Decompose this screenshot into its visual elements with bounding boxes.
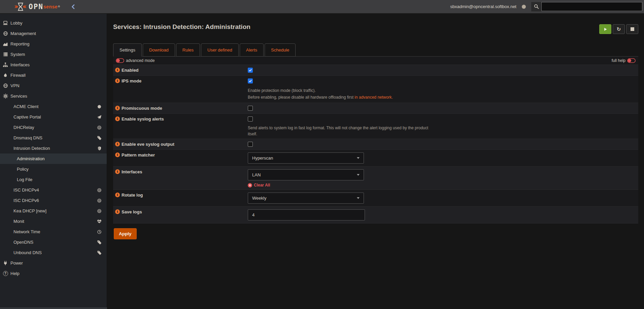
sidebar-item-opendns[interactable]: OpenDNS bbox=[0, 237, 107, 247]
sidebar-item-administration[interactable]: Administration bbox=[0, 153, 107, 164]
fire-icon bbox=[3, 73, 8, 78]
field-label: Enable syslog alerts bbox=[122, 116, 164, 122]
opnsense-logo[interactable]: OPNsense® bbox=[0, 2, 60, 11]
ips-mode-checkbox[interactable] bbox=[248, 78, 253, 83]
sidebar-item-label: Services bbox=[10, 94, 27, 99]
user-menu[interactable]: sbxadmin@opncentral.softbox.net bbox=[450, 4, 516, 9]
hourglass-logo-icon bbox=[15, 2, 26, 11]
sidebar-item-services[interactable]: Services bbox=[0, 91, 107, 101]
area-chart-icon bbox=[3, 41, 8, 46]
sidebar-item-unbound-dns[interactable]: Unbound DNS bbox=[0, 247, 107, 258]
stop-service-button[interactable] bbox=[626, 24, 638, 34]
form-row-rotate-log: iRotate log Weekly bbox=[113, 190, 638, 207]
chevron-down-icon bbox=[357, 174, 360, 176]
sidebar-item-label: VPN bbox=[10, 83, 20, 88]
sidebar-item-intrusion-detection[interactable]: Intrusion Detection bbox=[0, 143, 107, 153]
tab-download[interactable]: Download bbox=[143, 43, 175, 57]
tab-schedule[interactable]: Schedule bbox=[265, 43, 296, 57]
bullseye-icon bbox=[97, 198, 102, 203]
chevron-down-icon bbox=[357, 197, 360, 199]
toggle-off-icon bbox=[116, 58, 124, 63]
apply-button[interactable]: Apply bbox=[114, 228, 137, 239]
sidebar-item-policy[interactable]: Policy bbox=[0, 164, 107, 174]
sidebar-scrollbar[interactable] bbox=[0, 307, 107, 309]
plug-icon bbox=[3, 261, 8, 266]
pattern-matcher-select[interactable]: Hyperscan bbox=[248, 152, 364, 164]
advanced-mode-toggle[interactable] bbox=[116, 58, 124, 63]
tab-bar: Settings Download Rules User defined Ale… bbox=[113, 43, 638, 57]
sidebar-item-isc-dhcpv4[interactable]: ISC DHCPv4 bbox=[0, 185, 107, 195]
enable-eve-syslog-output-checkbox[interactable] bbox=[248, 142, 253, 147]
tab-alerts[interactable]: Alerts bbox=[240, 43, 264, 57]
sidebar-item-network-time[interactable]: Network Time bbox=[0, 227, 107, 237]
search-input[interactable] bbox=[541, 2, 642, 11]
enable-syslog-alerts-checkbox[interactable] bbox=[248, 116, 253, 122]
help-bar: advanced mode full help bbox=[113, 57, 638, 65]
refresh-icon: ↻ bbox=[617, 26, 621, 32]
info-icon: i bbox=[115, 142, 120, 146]
sidebar-item-label: Power bbox=[10, 261, 23, 266]
sidebar-item-firewall[interactable]: Firewall bbox=[0, 70, 107, 80]
sidebar-item-interfaces[interactable]: Interfaces bbox=[0, 60, 107, 70]
brand-opn: OPN bbox=[29, 3, 43, 11]
search-icon bbox=[531, 4, 541, 9]
sidebar-item-management[interactable]: Management bbox=[0, 28, 107, 39]
sidebar-item-dnsmasq-dns[interactable]: Dnsmasq DNS bbox=[0, 133, 107, 143]
info-icon: i bbox=[115, 152, 120, 157]
gear-icon bbox=[3, 94, 8, 99]
play-icon bbox=[603, 27, 607, 31]
apply-row: Apply bbox=[113, 224, 638, 239]
start-service-button[interactable] bbox=[599, 24, 611, 34]
info-icon: i bbox=[115, 116, 120, 121]
info-icon: i bbox=[115, 106, 120, 110]
restart-service-button[interactable]: ↻ bbox=[613, 24, 625, 34]
sidebar-item-vpn[interactable]: VPN bbox=[0, 80, 107, 91]
sidebar-item-label: Firewall bbox=[10, 73, 26, 78]
tab-rules[interactable]: Rules bbox=[176, 43, 200, 57]
interfaces-select[interactable]: LAN bbox=[248, 169, 364, 180]
brand-sense: sense bbox=[43, 4, 58, 9]
chevron-left-icon bbox=[71, 4, 75, 9]
sidebar-item-label: Dnsmasq DNS bbox=[13, 135, 42, 140]
field-label: Save logs bbox=[122, 209, 142, 214]
sitemap-icon bbox=[3, 62, 8, 67]
sidebar-item-lobby[interactable]: Lobby bbox=[0, 18, 107, 28]
sidebar-item-dhcrelay[interactable]: DHCRelay bbox=[0, 122, 107, 133]
enabled-checkbox[interactable] bbox=[248, 68, 253, 73]
sidebar-item-log-file[interactable]: Log File bbox=[0, 174, 107, 185]
info-icon: i bbox=[115, 169, 120, 174]
sidebar-item-monit[interactable]: Monit bbox=[0, 216, 107, 227]
advanced-mode-label: advanced mode bbox=[126, 58, 155, 63]
full-help-toggle[interactable] bbox=[627, 58, 636, 63]
sidebar-item-isc-dhcpv6[interactable]: ISC DHCPv6 bbox=[0, 195, 107, 206]
help-text: itself. bbox=[248, 131, 635, 137]
help-text: Before enabling, please disable all hard… bbox=[248, 95, 635, 100]
advanced-network-link[interactable]: in advanced network. bbox=[354, 95, 393, 100]
sidebar-item-label: Interfaces bbox=[10, 62, 30, 67]
sidebar-item-help[interactable]: ? Help bbox=[0, 268, 107, 279]
form-row-save-logs: iSave logs bbox=[113, 207, 638, 224]
globe-icon bbox=[3, 83, 8, 88]
tab-user-defined[interactable]: User defined bbox=[201, 43, 239, 57]
field-label: Pattern matcher bbox=[122, 152, 155, 158]
tag-icon bbox=[97, 136, 102, 140]
sidebar-item-power[interactable]: Power bbox=[0, 258, 107, 268]
rotate-log-select[interactable]: Weekly bbox=[248, 193, 364, 204]
sidebar-collapse-button[interactable] bbox=[70, 4, 76, 10]
sidebar-item-captive-portal[interactable]: Captive Portal bbox=[0, 112, 107, 122]
tab-settings[interactable]: Settings bbox=[113, 43, 142, 57]
info-icon: i bbox=[115, 78, 120, 83]
sidebar-item-label: Lobby bbox=[10, 21, 22, 26]
info-icon: i bbox=[115, 193, 120, 197]
clear-all-button[interactable]: Clear All bbox=[248, 183, 635, 187]
sidebar-item-system[interactable]: System bbox=[0, 49, 107, 60]
sidebar-item-kea-dhcp[interactable]: Kea DHCP [new] bbox=[0, 206, 107, 216]
sidebar-item-label: Unbound DNS bbox=[13, 250, 42, 255]
search-bar bbox=[531, 2, 642, 11]
save-logs-input[interactable] bbox=[248, 209, 365, 220]
sidebar-item-acme-client[interactable]: ACME Client bbox=[0, 101, 107, 112]
sidebar-item-reporting[interactable]: Reporting bbox=[0, 39, 107, 49]
help-text: Enable protection mode (block traffic). bbox=[248, 88, 635, 93]
sidebar-item-label: Intrusion Detection bbox=[13, 146, 50, 151]
promiscuous-mode-checkbox[interactable] bbox=[248, 106, 253, 111]
